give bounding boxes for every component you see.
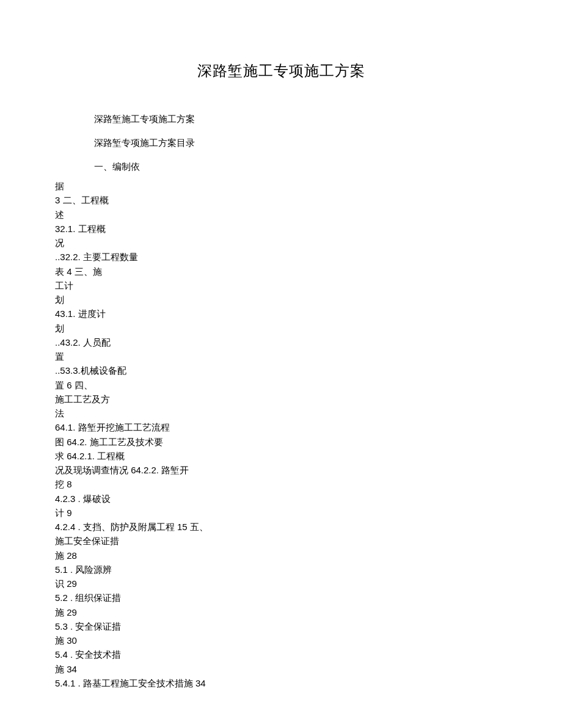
toc-line: ..32.2. 主要工程数量 — [55, 250, 507, 264]
toc-line: 表 4 三、施 — [55, 264, 507, 278]
toc-line: 32.1. 工程概 — [55, 222, 507, 236]
toc-line: 施 30 — [55, 633, 507, 647]
toc-line: ..43.2. 人员配 — [55, 335, 507, 349]
toc-line: 法 — [55, 406, 507, 420]
toc-line: 工计 — [55, 278, 507, 293]
toc-line: 识 29 — [55, 577, 507, 591]
toc-line: 求 64.2.1. 工程概 — [55, 449, 507, 463]
toc-line: 施 29 — [55, 605, 507, 619]
toc-line: ..53.3.机械设备配 — [55, 363, 507, 377]
toc-line: 5.1 . 风险源辨 — [55, 562, 507, 577]
document-page: 深路堑施工专项施工方案 深路堑施工专项施工方案 深路堑专项施工方案目录 一、编制… — [0, 0, 562, 727]
toc-line: 5.4 . 安全技术措 — [55, 647, 507, 661]
toc-line: 64.1. 路堑开挖施工工艺流程 — [55, 420, 507, 434]
toc-line: 施工工艺及方 — [55, 392, 507, 406]
toc-line: 施 28 — [55, 548, 507, 562]
toc-line: 计 9 — [55, 506, 507, 520]
toc-line: 4.2.4 . 支挡、防护及附属工程 15 五、 — [55, 520, 507, 534]
toc-line: 划 — [55, 293, 507, 307]
toc-line: 5.2 . 组织保证措 — [55, 591, 507, 605]
toc-line: 施工安全保证措 — [55, 534, 507, 548]
toc-line: 况 — [55, 236, 507, 250]
toc-line: 况及现场调查情况 64.2.2. 路堑开 — [55, 463, 507, 477]
toc-line: 4.2.3 . 爆破设 — [55, 492, 507, 506]
toc-line: 5.4.1 . 路基工程施工安全技术措施 34 — [55, 676, 507, 690]
toc-body: 据3 二、工程概述32.1. 工程概况..32.2. 主要工程数量表 4 三、施… — [55, 179, 507, 690]
toc-line: 置 6 四、 — [55, 378, 507, 392]
toc-line: 43.1. 进度计 — [55, 307, 507, 321]
document-title: 深路堑施工专项施工方案 — [55, 61, 507, 81]
intro-line-1: 深路堑施工专项施工方案 — [55, 107, 507, 131]
toc-first-line: 一、编制依 — [55, 155, 507, 179]
toc-line: 5.3 . 安全保证措 — [55, 619, 507, 633]
toc-line: 据 — [55, 179, 507, 193]
toc-line: 图 64.2. 施工工艺及技术要 — [55, 435, 507, 449]
toc-line: 述 — [55, 208, 507, 222]
toc-line: 3 二、工程概 — [55, 193, 507, 207]
intro-line-2: 深路堑专项施工方案目录 — [55, 131, 507, 155]
toc-line: 置 — [55, 349, 507, 363]
toc-line: 划 — [55, 321, 507, 335]
toc-line: 施 34 — [55, 662, 507, 676]
toc-line: 挖 8 — [55, 477, 507, 491]
